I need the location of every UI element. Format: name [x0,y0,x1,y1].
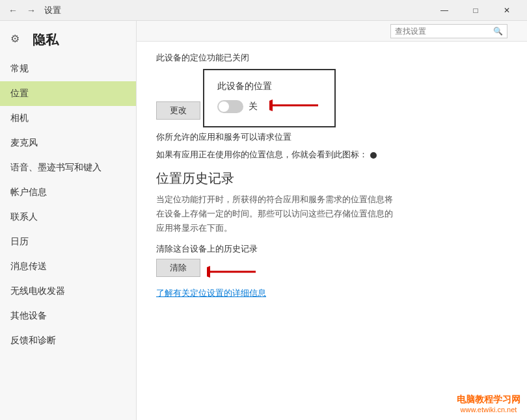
search-box[interactable]: 🔍 [390,24,507,38]
titlebar: ← → 设置 — □ ✕ [0,0,527,21]
sidebar-item-camera[interactable]: 相机 [0,106,136,131]
main-layout: ⚙ 隐私 常规位置相机麦克风语音、墨迹书写和键入帐户信息联系人日历消息传送无线电… [0,21,527,420]
sidebar-item-speech[interactable]: 语音、墨迹书写和键入 [0,155,136,180]
sidebar-nav: 常规位置相机麦克风语音、墨迹书写和键入帐户信息联系人日历消息传送无线电收发器其他… [0,57,136,353]
sidebar-item-general[interactable]: 常规 [0,57,136,81]
history-heading: 位置历史记录 [156,170,507,187]
red-arrow-icon [269,98,321,113]
clear-arrow-annotation [207,264,259,282]
sidebar-item-other[interactable]: 其他设备 [0,304,136,328]
learn-more-link[interactable]: 了解有关定位设置的详细信息 [156,287,507,299]
clear-button[interactable]: 清除 [156,259,200,277]
clear-label: 清除这台设备上的历史记录 [156,243,507,255]
device-location-status: 此设备的定位功能已关闭 [156,52,507,64]
content-header: 🔍 [137,21,527,42]
titlebar-nav: ← → [5,3,39,18]
sidebar-item-messaging[interactable]: 消息传送 [0,254,136,279]
toggle-state-text: 关 [249,101,258,112]
back-button[interactable]: ← [5,3,21,18]
sidebar-item-contacts[interactable]: 联系人 [0,205,136,230]
maximize-button[interactable]: □ [461,0,491,21]
settings-icon: ⚙ [10,33,26,48]
sidebar-item-microphone[interactable]: 麦克风 [0,131,136,155]
titlebar-left: ← → 设置 [5,3,61,18]
toggle-row: 关 [217,98,321,116]
watermark: 电脑教程学习网 www.etwiki.cn.net [457,394,520,413]
sidebar: ⚙ 隐私 常规位置相机麦克风语音、墨迹书写和键入帐户信息联系人日历消息传送无线电… [0,21,137,420]
watermark-url1: www.etwiki.cn.net [457,406,520,413]
sidebar-header: ⚙ 隐私 [0,21,136,57]
clear-section: 清除 [156,259,507,287]
history-desc: 当定位功能打开时，所获得的符合应用和服务需求的位置信息将 在设备上存储一定的时间… [156,192,507,235]
sidebar-item-account[interactable]: 帐户信息 [0,180,136,205]
red-arrow-clear-icon [207,264,259,280]
arrow-annotation [269,98,321,116]
location-toggle[interactable] [217,100,243,113]
toggle-section-label: 此设备的位置 [217,81,321,92]
sidebar-item-location[interactable]: 位置 [0,81,136,106]
toggle-section-box: 此设备的位置 关 [203,69,336,127]
watermark-title: 电脑教程学习网 [457,394,520,406]
location-icon-info: 如果有应用正在使用你的位置信息，你就会看到此图标： [156,148,507,162]
search-icon: 🔍 [489,27,507,36]
content-area: 🔍 此设备的定位功能已关闭 更改 此设备的位置 关 [137,21,527,420]
sidebar-item-feedback[interactable]: 反馈和诊断 [0,328,136,353]
forward-button[interactable]: → [23,3,39,18]
close-button[interactable]: ✕ [492,0,522,21]
window-controls: — □ ✕ [429,0,522,21]
toggle-description: 你所允许的应用和服务可以请求位置 [156,131,507,143]
window-title: 设置 [44,5,61,16]
search-input[interactable] [391,27,489,36]
sidebar-item-calendar[interactable]: 日历 [0,230,136,254]
minimize-button[interactable]: — [429,0,459,21]
sidebar-item-radio[interactable]: 无线电收发器 [0,279,136,304]
sidebar-heading: 隐私 [33,31,59,49]
location-indicator-icon [370,152,377,159]
change-button[interactable]: 更改 [156,101,200,120]
